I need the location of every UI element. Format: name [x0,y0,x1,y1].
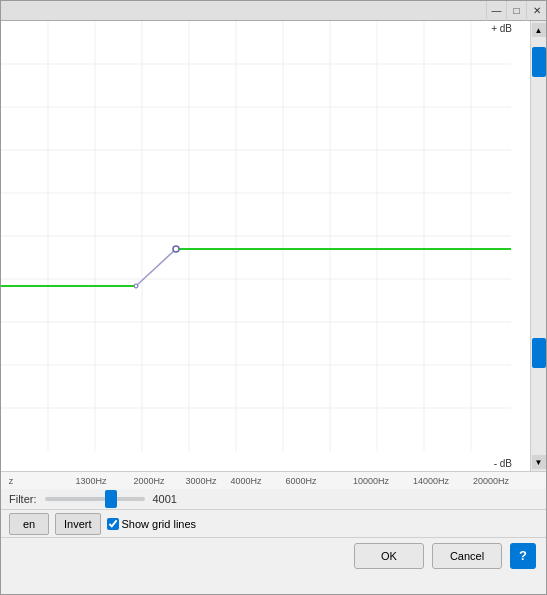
x-label-3000: 3000Hz [185,476,216,486]
scrollbar-vertical[interactable]: ▲ ▼ [530,21,546,471]
chart-main[interactable]: + dB - dB [1,21,530,471]
svg-point-22 [173,246,179,252]
filter-label: Filter: [9,493,37,505]
x-label-4000: 4000Hz [230,476,261,486]
slider-thumb [105,490,117,508]
x-label-10000: 10000Hz [353,476,389,486]
main-window: — □ ✕ + dB - dB [0,0,547,595]
svg-point-23 [134,284,138,288]
show-grid-lines-checkbox[interactable] [107,518,119,530]
help-button[interactable]: ? [510,543,536,569]
x-label-1300: 1300Hz [75,476,106,486]
scroll-down-arrow[interactable]: ▼ [532,455,546,469]
scroll-thumb-middle[interactable] [532,338,546,368]
slider-track[interactable] [45,497,145,501]
x-label-14000: 14000Hz [413,476,449,486]
chart-svg [1,21,530,471]
filter-controls: Filter: 4001 [1,489,546,509]
x-label-20000: 20000Hz [473,476,509,486]
show-grid-lines-label[interactable]: Show grid lines [107,518,197,530]
filter-value: 4001 [153,493,188,505]
scroll-up-arrow[interactable]: ▲ [532,23,546,37]
slider-container [45,497,145,501]
en-button[interactable]: en [9,513,49,535]
footer-bar: OK Cancel ? [1,537,546,573]
filter-slider[interactable] [45,491,145,507]
x-label-2000: 2000Hz [133,476,164,486]
x-axis: z 1300Hz 2000Hz 3000Hz 4000Hz 6000Hz 100… [1,471,546,489]
ok-button[interactable]: OK [354,543,424,569]
x-label-0: z [9,476,14,486]
minimize-button[interactable]: — [486,1,506,21]
show-grid-lines-text: Show grid lines [122,518,197,530]
cancel-button[interactable]: Cancel [432,543,502,569]
invert-button[interactable]: Invert [55,513,101,535]
maximize-button[interactable]: □ [506,1,526,21]
title-bar: — □ ✕ [1,1,546,21]
close-button[interactable]: ✕ [526,1,546,21]
bottom-bar: en Invert Show grid lines [1,509,546,537]
x-label-6000: 6000Hz [285,476,316,486]
chart-area: + dB - dB [1,21,546,471]
scroll-thumb-top[interactable] [532,47,546,77]
